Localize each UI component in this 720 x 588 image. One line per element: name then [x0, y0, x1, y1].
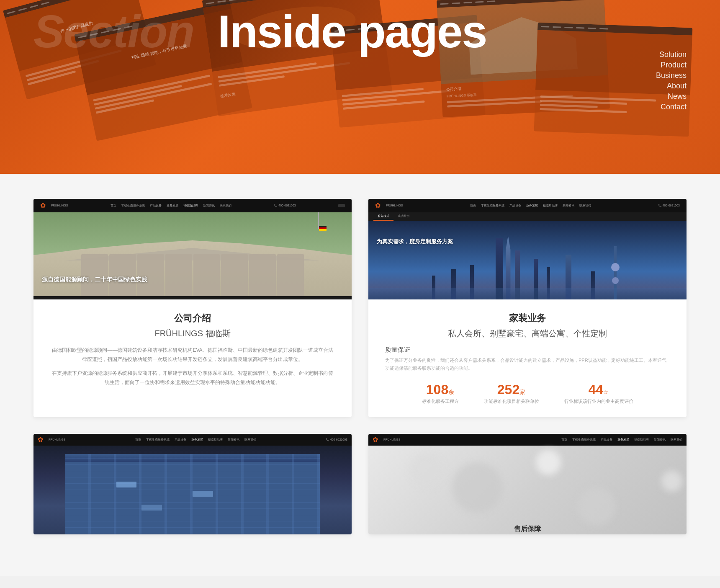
stat-44: 44☆ 行业标识该行业内的业主高度评价	[564, 382, 633, 405]
nav-link-service[interactable]: 零碳生态服务系统	[121, 204, 145, 208]
cards-row-1: ✿ FRÜHLINGS 首页 零碳生态服务系统 产品设备 业务发展 福临斯品牌 …	[33, 199, 687, 417]
card-1-desc-2: 在支持旗下户资源的能源服务系统和供应商开拓，开展建于市场开分享体系和系统、智慧能…	[50, 369, 335, 387]
stat-label-2: 功能标准化项目相关联单位	[484, 398, 539, 405]
card-2-phone: 📞 400-6621003	[658, 204, 680, 207]
logo-flower-icon-4: ✿	[373, 436, 381, 444]
stat-252: 252家 功能标准化项目相关联单位	[484, 382, 539, 405]
nav2-link-brand[interactable]: 福临斯品牌	[543, 204, 558, 208]
stat-label-1: 标准化服务工程方	[422, 398, 459, 405]
logo-text: FRÜHLINGS	[51, 204, 68, 207]
card-1-subtitle: 公司介绍	[50, 312, 335, 325]
card-2-tabs: 服务模式 成功案例	[368, 212, 687, 221]
nav-item-solution[interactable]: Solution	[656, 50, 687, 59]
nav-item-product[interactable]: Product	[656, 61, 687, 70]
stat-label-3: 行业标识该行业内的业主高度评价	[564, 398, 633, 405]
about-card: ✿ FRÜHLINGS 首页 零碳生态服务系统 产品设备 业务发展 福临斯品牌 …	[33, 199, 352, 417]
nav2-link-service[interactable]: 零碳生态服务系统	[481, 204, 504, 208]
card-1-screenshot: ✿ FRÜHLINGS 首页 零碳生态服务系统 产品设备 业务发展 福临斯品牌 …	[33, 199, 352, 299]
card-1-hero-text: 源自德国能源顾问，二十年中国绿色实践	[42, 276, 147, 284]
card-3-hero-image	[33, 446, 352, 534]
card-2-private-label: 私人会所、别墅豪宅、高端公寓、个性定制	[385, 328, 670, 339]
nav-item-news[interactable]: News	[656, 92, 687, 101]
card-4-screenshot: ✿ FRÜHLINGS 首页 零碳生态服务系统 产品设备 业务发展 福临斯品牌 …	[368, 434, 687, 534]
nav-link-contact[interactable]: 联系我们	[220, 204, 231, 208]
tab-success-case[interactable]: 成功案例	[393, 212, 414, 221]
card-4-logo: ✿ FRÜHLINGS	[373, 436, 400, 444]
nav-link-business[interactable]: 业务发展	[167, 204, 178, 208]
card-3-header: ✿ FRÜHLINGS 首页 零碳生态服务系统 产品设备 业务发展 福临斯品牌 …	[33, 434, 352, 446]
card-4-title: 售后保障	[514, 525, 541, 534]
card-1-nav: ✿ FRÜHLINGS 首页 零碳生态服务系统 产品设备 业务发展 福临斯品牌 …	[33, 199, 352, 212]
card-4-nav-links: 首页 零碳生态服务系统 产品设备 业务发展 福临斯品牌 新闻资讯 联系我们	[561, 438, 682, 442]
nav2-link-home[interactable]: 首页	[470, 204, 476, 208]
stat-number-3: 44☆	[564, 382, 633, 397]
card-3-screenshot: ✿ FRÜHLINGS 首页 零碳生态服务系统 产品设备 业务发展 福临斯品牌 …	[33, 434, 352, 534]
card-1-desc: 由德国和欧盟的能源顾问——德国建筑设备和洁净技术研究机构EVA、德国福临斯、中国…	[50, 346, 335, 364]
stat-number-1: 108余	[422, 382, 459, 397]
hero-nav: Solution Product Business About News Con…	[656, 50, 687, 111]
building-card: ✿ FRÜHLINGS 首页 零碳生态服务系统 产品设备 业务发展 福临斯品牌 …	[33, 434, 352, 534]
card-3-nav-links: 首页 零碳生态服务系统 产品设备 业务发展 福临斯品牌 新闻资讯 联系我们	[135, 438, 256, 442]
nav2-link-news[interactable]: 新闻资讯	[563, 204, 574, 208]
card-2-screenshot: ✿ FRÜHLINGS 首页 零碳生态服务系统 产品设备 业务发展 福临斯品牌 …	[368, 199, 687, 299]
leaves-overlay	[33, 212, 117, 296]
card-1-title: FRÜHLINGS 福临斯	[50, 328, 335, 339]
card-4-hero-image: 售后保障	[368, 446, 687, 534]
card-2-quality-title: 质量保证	[385, 346, 670, 354]
card-3-phone: 📞 400-6621003	[326, 438, 347, 441]
stats-row: 108余 标准化服务工程方 252家 功能标准化项目相关联单位 44☆	[385, 375, 670, 405]
card-1-phone: 📞 400-6621003	[274, 204, 296, 207]
logo-text-3: FRÜHLINGS	[49, 438, 65, 441]
aftersales-card: ✿ FRÜHLINGS 首页 零碳生态服务系统 产品设备 业务发展 福临斯品牌 …	[368, 434, 687, 534]
tab-service-mode[interactable]: 服务模式	[373, 212, 393, 221]
nav-item-about[interactable]: About	[656, 82, 687, 90]
nav-link-brand[interactable]: 福临斯品牌	[183, 204, 198, 208]
card-1-info: 公司介绍 FRÜHLINGS 福临斯 由德国和欧盟的能源顾问——德国建筑设备和洁…	[33, 299, 352, 400]
logo-flower-icon-3: ✿	[38, 436, 46, 444]
hero-section: 作一的第产品成型 精准 场域 智能，与节界析放量	[0, 0, 720, 174]
card-2-subtitle: 家装业务	[385, 312, 670, 325]
card-1-hero-image: 源自德国能源顾问，二十年中国绿色实践	[33, 212, 352, 296]
card-2-quality-desc: 为了保证万分业务的良性，我们还会从客户需求关系系，合品设计能力的建立需求，产品设…	[385, 356, 670, 372]
nav-item-business[interactable]: Business	[656, 71, 687, 80]
card-1-controls	[338, 204, 345, 207]
nav2-link-contact[interactable]: 联系我们	[579, 204, 591, 208]
cards-row-2: ✿ FRÜHLINGS 首页 零碳生态服务系统 产品设备 业务发展 福临斯品牌 …	[33, 434, 687, 534]
logo-text-4: FRÜHLINGS	[383, 438, 400, 441]
card-2-info: 家装业务 私人会所、别墅豪宅、高端公寓、个性定制 质量保证 为了保证万分业务的良…	[368, 299, 687, 417]
card-2-logo: ✿ FRÜHLINGS	[375, 201, 403, 210]
card-2-hero-image: 为真实需求，度身定制服务方案	[368, 221, 687, 299]
card-1-nav-links: 首页 零碳生态服务系统 产品设备 业务发展 福临斯品牌 新闻资讯 联系我们	[111, 204, 231, 208]
nav-item-contact[interactable]: Contact	[656, 103, 687, 111]
nav-link-news[interactable]: 新闻资讯	[203, 204, 215, 208]
card-1-logo: ✿ FRÜHLINGS	[40, 201, 68, 210]
card-2-nav: ✿ FRÜHLINGS 首页 零碳生态服务系统 产品设备 业务发展 福临斯品牌 …	[368, 199, 687, 212]
nav2-link-business[interactable]: 业务发展	[526, 204, 538, 208]
stat-number-2: 252家	[484, 382, 539, 397]
card-3-logo: ✿ FRÜHLINGS	[38, 436, 65, 444]
nav-link-product[interactable]: 产品设备	[150, 204, 162, 208]
nav2-link-product[interactable]: 产品设备	[509, 204, 521, 208]
mockup-container: 作一的第产品成型 精准 场域 智能，与节界析放量	[0, 0, 720, 174]
logo-flower-icon-2: ✿	[375, 201, 383, 210]
logo-text-2: FRÜHLINGS	[386, 204, 403, 207]
card-4-header: ✿ FRÜHLINGS 首页 零碳生态服务系统 产品设备 业务发展 福临斯品牌 …	[368, 434, 687, 446]
card-2-nav-links: 首页 零碳生态服务系统 产品设备 业务发展 福临斯品牌 新闻资讯 联系我们	[470, 204, 591, 208]
card-2-hero-text: 为真实需求，度身定制服务方案	[377, 238, 453, 245]
logo-flower-icon: ✿	[40, 201, 49, 210]
stat-108: 108余 标准化服务工程方	[422, 382, 459, 405]
business-card: ✿ FRÜHLINGS 首页 零碳生态服务系统 产品设备 业务发展 福临斯品牌 …	[368, 199, 687, 417]
nav-link-home[interactable]: 首页	[111, 204, 116, 208]
main-content: ✿ FRÜHLINGS 首页 零碳生态服务系统 产品设备 业务发展 福临斯品牌 …	[0, 174, 720, 576]
